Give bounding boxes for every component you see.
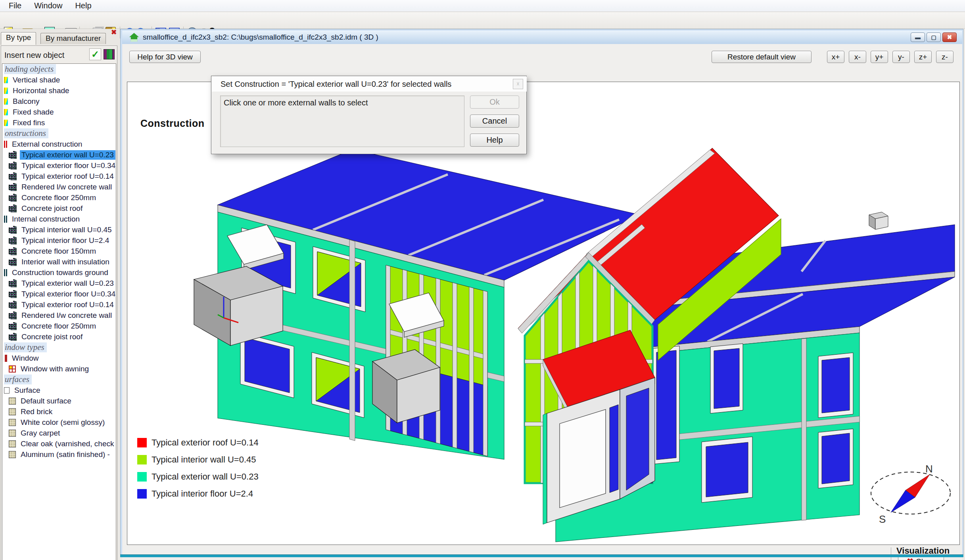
view-axis-button-yminus[interactable]: y- xyxy=(892,51,910,63)
menu-help[interactable]: Help xyxy=(69,0,97,11)
tree-item-concrete-joist-roof[interactable]: Concrete joist roof xyxy=(2,331,116,342)
view-axis-button-yplus[interactable]: y+ xyxy=(871,51,888,63)
svg-text:S: S xyxy=(879,513,886,525)
view-axis-button-xplus[interactable]: x+ xyxy=(827,51,844,63)
tree-item-concrete-floor-250mm[interactable]: Concrete floor 250mm xyxy=(2,321,116,331)
surf-icon xyxy=(9,430,16,437)
palette-close-icon[interactable]: ✖ xyxy=(111,30,117,35)
entrance-door[interactable] xyxy=(560,409,606,508)
menu-file[interactable]: File xyxy=(3,0,27,11)
tree-item-window-with-awning[interactable]: Window with awning xyxy=(2,363,116,374)
shade-icon xyxy=(4,77,8,83)
menu-window[interactable]: Window xyxy=(29,0,68,11)
tree-item-gray-carpet[interactable]: Gray carpet xyxy=(2,428,116,438)
restore-window-button[interactable]: ▢ xyxy=(927,32,941,42)
brick-icon xyxy=(9,151,17,159)
tree-item-construction-towards-ground[interactable]: Construction towards ground xyxy=(2,267,116,278)
set-construction-dialog: Set Construction = 'Typical exterior wal… xyxy=(211,76,527,154)
brick-icon xyxy=(9,322,17,330)
tree-item-external-construction[interactable]: External construction xyxy=(2,139,116,149)
object-palette: ✖ By typeBy manufacturer Insert new obje… xyxy=(0,29,119,560)
tree-item-typical-exterior-roof-u-0-14[interactable]: Typical exterior roof U=0.14 xyxy=(2,299,116,310)
panel-divider xyxy=(891,547,891,560)
svg-text:N: N xyxy=(925,463,933,475)
shade-icon xyxy=(4,109,8,115)
building-model-icon xyxy=(129,33,139,42)
tree-item-typical-exterior-wall-u-0-23[interactable]: Typical exterior wall U=0.23 xyxy=(2,149,116,160)
dialog-button-ok[interactable]: Ok xyxy=(470,96,519,109)
tree-item-typical-exterior-floor-u-0-34[interactable]: Typical exterior floor U=0.34 xyxy=(2,160,116,171)
tree-item-rendered-l-w-concrete-wall[interactable]: Rendered l/w concrete wall xyxy=(2,182,116,192)
surf-icon xyxy=(9,440,16,447)
brick-icon xyxy=(9,226,17,234)
tree-item-rendered-l-w-concrete-wall[interactable]: Rendered l/w concrete wall xyxy=(2,310,116,321)
tree-item-typical-exterior-floor-u-0-34[interactable]: Typical exterior floor U=0.34 xyxy=(2,289,116,299)
dialog-button-cancel[interactable]: Cancel xyxy=(470,115,519,128)
object-type-tree: hading objectsVertical shadeHorizontal s… xyxy=(2,63,116,560)
tree-item-typical-interior-wall-u-0-45[interactable]: Typical interior wall U=0.45 xyxy=(2,224,116,235)
tree-item-red-brick[interactable]: Red brick xyxy=(2,406,116,417)
tree-item-fixed-fins[interactable]: Fixed fins xyxy=(2,117,116,128)
brick-icon xyxy=(9,333,17,341)
construction-legend: Typical exterior roof U=0.14Typical inte… xyxy=(137,438,259,506)
tree-section-header: onstructions xyxy=(2,128,116,139)
tree-item-surface[interactable]: Surface xyxy=(2,385,116,396)
brick-icon xyxy=(9,312,17,319)
tree-item-horizontal-shade[interactable]: Horizontal shade xyxy=(2,85,116,96)
brick-icon xyxy=(9,247,17,255)
tree-item-interior-wall-with-insulation[interactable]: Interior wall with insulation xyxy=(2,256,116,267)
tree-item-clear-oak-varnished-check[interactable]: Clear oak (varnished, check xyxy=(2,438,116,449)
tree-item-concrete-floor-150mm[interactable]: Concrete floor 150mm xyxy=(2,246,116,256)
dialog-message-box: Click one or more external walls to sele… xyxy=(220,96,464,147)
view-axis-button-xminus[interactable]: x- xyxy=(849,51,866,63)
library-books-icon[interactable] xyxy=(104,49,115,59)
dialog-close-icon[interactable]: ☓ xyxy=(513,79,523,89)
awning-icon xyxy=(9,365,16,373)
tree-item-typical-exterior-roof-u-0-14[interactable]: Typical exterior roof U=0.14 xyxy=(2,171,116,182)
compass-rose: N S xyxy=(871,463,950,525)
view-axis-button-zminus[interactable]: z- xyxy=(936,51,953,63)
tab-by-manufacturer[interactable]: By manufacturer xyxy=(40,33,106,44)
restore-default-view-button[interactable]: Restore default view xyxy=(712,51,812,63)
intc-icon xyxy=(4,216,7,223)
close-window-button[interactable]: ✖ xyxy=(942,32,957,42)
facade-joint xyxy=(349,240,355,441)
tree-item-window[interactable]: Window xyxy=(2,353,116,363)
confirm-insert-button[interactable]: ✓ xyxy=(89,48,101,60)
legend-row: Typical interior wall U=0.45 xyxy=(137,455,259,464)
tree-item-concrete-floor-250mm[interactable]: Concrete floor 250mm xyxy=(2,192,116,203)
window-titlebar[interactable]: smalloffice_d_ifc2x3_sb2: C:\bugs\smallo… xyxy=(122,31,962,44)
tree-item-aluminum-satin-finished[interactable]: Aluminum (satin finished) - xyxy=(2,449,116,460)
close-x-icon: ✖ xyxy=(907,557,913,560)
tree-item-white-color-semi-glossy[interactable]: White color (semi glossy) xyxy=(2,417,116,428)
dialog-button-help[interactable]: Help xyxy=(470,134,519,147)
tree-item-fixed-shade[interactable]: Fixed shade xyxy=(2,107,116,117)
minimize-button[interactable]: ▬ xyxy=(911,32,925,42)
insert-object-panel: Insert new object ✓ hading objectsVertic… xyxy=(1,46,117,560)
roof-equipment-box xyxy=(869,212,888,229)
tree-item-concrete-joist-roof[interactable]: Concrete joist roof xyxy=(2,203,116,214)
tree-item-typical-exterior-wall-u-0-23[interactable]: Typical exterior wall U=0.23 xyxy=(2,278,116,289)
tree-item-internal-construction[interactable]: Internal construction xyxy=(2,214,116,224)
legend-row: Typical interior floor U=2.4 xyxy=(137,489,259,499)
tab-by-type[interactable]: By type xyxy=(1,32,36,45)
brick-icon xyxy=(9,172,17,180)
legend-color-swatch xyxy=(137,455,147,464)
tree-item-balcony[interactable]: Balcony xyxy=(2,96,116,107)
tree-item-default-surface[interactable]: Default surface xyxy=(2,396,116,406)
window-bottom-accent xyxy=(120,554,963,557)
application-window: FileWindowHelp ▾ ▾ ▾ ✂ ↶ ↷ i ↖? ✖ By typ… xyxy=(0,0,965,560)
surf-icon xyxy=(9,408,16,415)
brick-icon xyxy=(9,237,17,245)
view-axis-button-zplus[interactable]: z+ xyxy=(914,51,932,63)
brick-icon xyxy=(9,162,17,170)
dialog-message: Click one or more external walls to sele… xyxy=(221,96,464,110)
tree-item-typical-interior-floor-u-2-4[interactable]: Typical interior floor U=2.4 xyxy=(2,235,116,246)
tree-section-header: hading objects xyxy=(2,64,116,75)
legend-label: Typical interior floor U=2.4 xyxy=(152,489,253,499)
surf-icon xyxy=(9,451,16,458)
dialog-buttons: OkCancelHelp xyxy=(470,96,519,153)
window-bottom-strip xyxy=(127,546,960,560)
tree-item-vertical-shade[interactable]: Vertical shade xyxy=(2,75,116,85)
help-3d-view-button[interactable]: Help for 3D view xyxy=(129,51,201,63)
